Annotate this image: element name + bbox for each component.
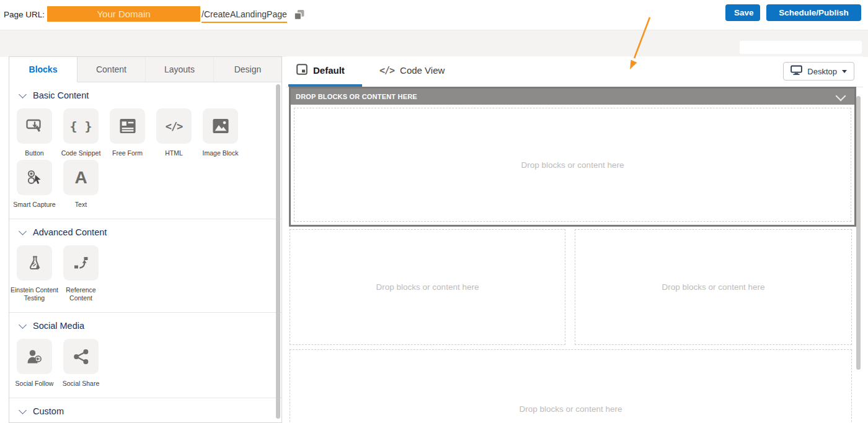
code-snippet-icon[interactable]: { }	[63, 108, 99, 144]
schedule-publish-button[interactable]: Schedule/Publish	[766, 4, 861, 21]
domain-value: Your Domain	[97, 9, 150, 19]
block-label: Einstein Content Testing	[11, 286, 59, 302]
dropzone-3[interactable]: Drop blocks or content here	[575, 229, 852, 345]
section-body: Drop blocks or content here	[291, 105, 854, 225]
section-header-basic-content[interactable]: Basic Content	[9, 82, 281, 106]
section-drag-header[interactable]: DROP BLOCKS OR CONTENT HERE	[291, 89, 854, 105]
tab-code-view[interactable]: </> Code View	[379, 56, 445, 84]
canvas-tabbar: Default </> Code View Desktop	[286, 56, 863, 87]
social-follow-icon[interactable]	[17, 339, 52, 374]
block-free-form[interactable]: Free Form	[104, 108, 151, 157]
toolbar-band	[0, 30, 868, 57]
canvas-scrollbar[interactable]	[856, 96, 861, 370]
block-reference-content[interactable]: Reference Content	[58, 245, 104, 302]
topbar: Page URL: Your Domain /CreateALandingPag…	[0, 0, 868, 30]
page-canvas: Default </> Code View Desktop DROP BLOCK…	[286, 56, 863, 423]
reference-content-icon[interactable]	[63, 245, 99, 281]
code-icon: </>	[379, 65, 394, 76]
cloudpages-editor: Page URL: Your Domain /CreateALandingPag…	[0, 0, 868, 423]
text-icon[interactable]: A	[63, 160, 99, 195]
section-custom: Custom	[9, 398, 281, 422]
section-basic-content: Basic ContentButton{ }Code SnippetFree F…	[9, 82, 281, 219]
block-label: Reference Content	[57, 286, 105, 302]
image-block-icon[interactable]	[203, 108, 238, 144]
topbar-actions: Save Schedule/Publish	[725, 4, 861, 21]
block-smart-capture[interactable]: Smart Capture	[11, 160, 58, 209]
button-icon[interactable]	[17, 108, 52, 144]
html-icon[interactable]: </>	[156, 108, 192, 144]
sidebar-scrollbar[interactable]	[276, 84, 280, 419]
tab-default[interactable]: Default	[296, 56, 345, 84]
block-text[interactable]: AText	[58, 160, 104, 209]
device-selector[interactable]: Desktop	[783, 62, 854, 81]
block-social-share[interactable]: Social Share	[58, 339, 104, 388]
chevron-down-icon	[19, 406, 27, 414]
dropzone-1[interactable]: Drop blocks or content here	[294, 108, 851, 222]
section-header-custom[interactable]: Custom	[9, 398, 281, 422]
block-label: Free Form	[104, 149, 152, 157]
block-image-block[interactable]: Image Block	[197, 108, 244, 157]
einstein-content-testing-icon[interactable]	[17, 245, 52, 281]
section-title: Basic Content	[33, 90, 89, 100]
save-button[interactable]: Save	[725, 4, 760, 21]
block-einstein-content-testing[interactable]: Einstein Content Testing	[11, 245, 58, 302]
block-code-snippet[interactable]: { }Code Snippet	[58, 108, 104, 157]
sidebar-tabs: Blocks Content Layouts Design	[9, 57, 281, 82]
chevron-down-icon	[842, 70, 847, 73]
content-sidebar: Blocks Content Layouts Design Basic Cont…	[9, 56, 282, 423]
block-grid: Button{ }Code SnippetFree Form</>HTMLIma…	[9, 106, 281, 219]
social-share-icon[interactable]	[63, 339, 99, 374]
tab-content[interactable]: Content	[78, 57, 146, 82]
block-label: Code Snippet	[57, 149, 105, 157]
chevron-down-icon	[19, 227, 27, 235]
dropzone-2[interactable]: Drop blocks or content here	[290, 229, 565, 345]
block-label: HTML	[150, 149, 198, 157]
block-social-follow[interactable]: Social Follow	[11, 339, 58, 388]
block-label: Image Block	[197, 149, 245, 157]
block-label: Social Follow	[11, 380, 59, 388]
section-header-advanced-content[interactable]: Advanced Content	[9, 219, 281, 243]
block-label: Text	[57, 201, 105, 209]
section-title: Custom	[33, 406, 64, 416]
block-html[interactable]: </>HTML	[151, 108, 197, 157]
chevron-down-icon	[19, 321, 27, 329]
block-label: Button	[11, 149, 59, 157]
dropzone-4[interactable]: Drop blocks or content here	[290, 349, 852, 423]
block-label: Smart Capture	[11, 201, 59, 209]
block-button[interactable]: Button	[11, 108, 58, 157]
section-social-media: Social MediaSocial FollowSocial Share	[9, 312, 281, 398]
copy-icon[interactable]	[294, 9, 305, 20]
tab-design[interactable]: Design	[214, 57, 281, 82]
block-grid: Einstein Content TestingReference Conten…	[9, 243, 281, 312]
page-url-label: Page URL:	[4, 10, 45, 19]
block-grid: Social FollowSocial Share	[9, 336, 281, 398]
layout-icon	[296, 64, 308, 77]
layout-section[interactable]: DROP BLOCKS OR CONTENT HERE Drop blocks …	[289, 87, 856, 227]
chevron-down-icon	[19, 90, 27, 98]
desktop-icon	[790, 65, 802, 78]
chevron-down-icon[interactable]	[836, 91, 846, 102]
tab-blocks[interactable]: Blocks	[9, 57, 78, 82]
domain-field[interactable]: Your Domain	[47, 6, 200, 22]
section-header-social-media[interactable]: Social Media	[9, 313, 281, 336]
smart-capture-icon[interactable]	[17, 160, 52, 195]
tab-layouts[interactable]: Layouts	[146, 57, 214, 82]
block-label: Social Share	[57, 380, 105, 388]
section-title: Social Media	[33, 321, 84, 331]
page-path-input[interactable]: /CreateALandingPage	[202, 9, 287, 23]
section-advanced-content: Advanced ContentEinstein Content Testing…	[9, 219, 281, 312]
toolbar-empty-field	[740, 41, 862, 54]
section-title: Advanced Content	[33, 227, 107, 237]
free-form-icon[interactable]	[110, 108, 145, 144]
